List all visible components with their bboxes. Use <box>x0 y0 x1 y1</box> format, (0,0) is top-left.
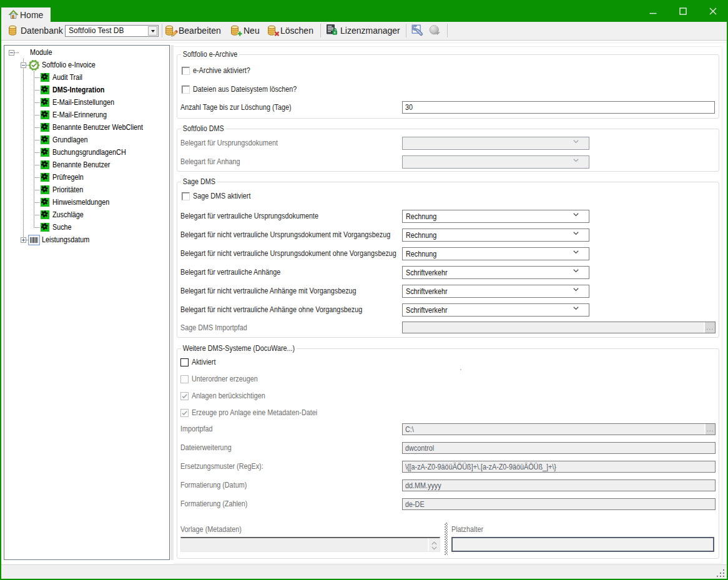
tree-item-leistungsdatum[interactable]: Leistungsdatum <box>42 233 89 246</box>
tree-connector-line <box>34 71 34 227</box>
expander-softfolio-e-invoice[interactable] <box>21 62 26 68</box>
checkbox-e-archive-aktiviert[interactable] <box>182 67 190 75</box>
minimize-button[interactable] <box>639 0 667 22</box>
dropdown-arrow-button[interactable] <box>148 26 157 36</box>
tree-item-priorit-ten[interactable]: Prioritäten <box>52 184 83 196</box>
toolbar-separator <box>162 24 162 37</box>
sage-dms-row-label: Belegart für nicht vertrauliche Anhänge … <box>180 305 362 315</box>
checkbox-sage-dms-aktiviert[interactable] <box>182 192 190 200</box>
module-gear-icon <box>41 173 49 182</box>
sage-dms-combo-5[interactable]: Schriftverkehr <box>402 303 589 317</box>
wrench-options-icon <box>411 24 425 37</box>
tree-connector-line <box>34 127 40 128</box>
softfolio-dms-row-label: Belegart für Ursprungsdokument <box>180 138 278 148</box>
checkbox-label: Aktiviert <box>192 357 215 367</box>
minimize-icon <box>649 7 657 15</box>
resize-grip-icon[interactable] <box>716 568 726 578</box>
tree-connector-line <box>34 202 40 203</box>
green-badge-check-icon <box>28 59 40 71</box>
database-add-icon <box>230 24 243 37</box>
sage-dms-combo-3[interactable]: Schriftverkehr <box>402 266 589 279</box>
database-label: Datenbank <box>21 22 63 40</box>
vorlage-label: Vorlage (Metadaten) <box>180 524 242 534</box>
tree-item-e-mail-erinnerung[interactable]: E-Mail-Erinnerung <box>52 109 107 121</box>
checkbox-dateien-loeschen[interactable] <box>182 86 190 94</box>
options-button[interactable] <box>411 24 425 37</box>
tree-item-grundlagen[interactable]: Grundlagen <box>52 134 87 146</box>
sage-dms-row-label: Belegart für nicht vertrauliche Anhänge … <box>180 286 357 296</box>
docuware-field-0[interactable]: C:\ <box>402 423 716 435</box>
tree-connector-line <box>34 177 40 178</box>
license-manager-icon <box>326 24 338 36</box>
checkbox-e-archive-aktiviert-label: e-Archive aktiviert? <box>193 66 250 76</box>
sage-import-input[interactable] <box>402 322 716 333</box>
web-button[interactable] <box>429 24 442 37</box>
docuware-field-2-value: \{[a-zA-Z0-9äöüÄÖÜß]+\.[a-zA-Z0-9äöüÄÖÜß… <box>405 461 556 472</box>
platzhalter-input[interactable] <box>451 537 714 552</box>
docuware-field-1[interactable]: dwcontrol <box>402 442 716 454</box>
tab-home-label: Home <box>20 10 43 20</box>
docuware-field-label: Importpfad <box>180 424 213 434</box>
tree-item-pr-fregeln[interactable]: Prüfregeln <box>52 171 84 184</box>
tree-item-audit-trail[interactable]: Audit Trail <box>52 71 82 84</box>
tree-connector-line <box>34 115 40 116</box>
sage-dms-combo-0[interactable]: Rechnung <box>402 210 589 223</box>
softfolio-dms-combo-0[interactable] <box>402 137 589 150</box>
sage-dms-row-label: Belegart für nicht vertrauliche Ursprung… <box>180 248 396 258</box>
database-icon <box>8 24 21 37</box>
module-gear-icon <box>41 148 49 157</box>
docuware-field-2[interactable]: \{[a-zA-Z0-9äöüÄÖÜß]+\.[a-zA-Z0-9äöüÄÖÜß… <box>402 461 716 473</box>
module-gear-icon <box>41 223 49 232</box>
tree-connector-line <box>34 227 40 228</box>
database-select[interactable]: Softfolio Test DB <box>65 25 159 37</box>
titlebar: Home <box>0 0 728 22</box>
module-gear-icon <box>41 198 49 207</box>
days-input[interactable]: 30 <box>402 101 715 114</box>
docuware-import-browse-button[interactable]: ... <box>706 424 715 435</box>
platzhalter-label: Platzhalter <box>451 524 483 534</box>
docuware-field-label: Formatierung (Datum) <box>180 480 247 490</box>
spinner-up-icon <box>431 541 437 545</box>
tree-item-softfolio-e-invoice[interactable]: Softfolio e-Invoice <box>42 59 96 71</box>
tree-item-zuschl-ge[interactable]: Zuschläge <box>52 209 84 221</box>
tree-item-module[interactable]: Module <box>30 46 52 59</box>
screen-artifact-dot <box>460 369 461 370</box>
app-window: Home DatenbankSoftfolio Test DBBearbeite… <box>0 0 728 580</box>
docuware-field-label: Ersetzungsmuster (RegEx): <box>180 461 263 471</box>
tab-home[interactable]: Home <box>1 7 51 22</box>
sage-dms-combo-2[interactable]: Rechnung <box>402 247 589 260</box>
vorlage-splitter[interactable] <box>445 523 448 555</box>
tree-item-benannte-benutzer-webclient[interactable]: Benannte Benutzer WebClient <box>52 121 143 134</box>
vorlage-input[interactable] <box>180 537 440 552</box>
docuware-field-4[interactable]: de-DE <box>402 498 716 510</box>
module-tree: ModuleSoftfolio e-InvoiceAudit TrailDMS-… <box>4 45 170 560</box>
sage-dms-row-label: Belegart für vertrauliche Anhänge <box>180 267 280 277</box>
barcode-icon <box>28 235 40 245</box>
docuware-field-3-value: dd.MM.yyyy <box>405 480 441 491</box>
close-button[interactable] <box>699 0 727 22</box>
group-title: Softfolio e-Archive <box>181 50 239 59</box>
tree-item-e-mail-einstellungen[interactable]: E-Mail-Einstellungen <box>52 96 114 109</box>
tree-item-buchungsgrundlagench[interactable]: BuchungsgrundlagenCH <box>52 146 126 159</box>
softfolio-dms-combo-1[interactable] <box>402 155 589 169</box>
database-select-value: Softfolio Test DB <box>69 26 124 36</box>
sage-import-browse-button[interactable]: ... <box>705 322 715 333</box>
tree-connector-line <box>34 152 40 153</box>
window-border-left <box>0 0 1 580</box>
tree-item-suche[interactable]: Suche <box>52 221 72 233</box>
maximize-button[interactable] <box>669 0 697 22</box>
sage-dms-combo-4[interactable]: Schriftverkehr <box>402 285 589 298</box>
tree-connector-line <box>23 59 24 240</box>
license-manager-label: Lizenzmanager <box>340 22 400 40</box>
tree-item-dms-integration[interactable]: DMS-Integration <box>52 84 104 96</box>
tree-item-benannte-benutzer[interactable]: Benannte Benutzer <box>52 159 110 171</box>
softfolio-dms-row-label: Belegart für Anhang <box>180 157 240 167</box>
sage-dms-row-label: Belegart für nicht vertrauliche Ursprung… <box>180 230 390 240</box>
docuware-field-3[interactable]: dd.MM.yyyy <box>402 479 716 491</box>
sage-dms-combo-1[interactable]: Rechnung <box>402 229 589 242</box>
checkbox-aktiviert[interactable] <box>180 358 189 366</box>
tree-item-hinweismeldungen[interactable]: Hinweismeldungen <box>52 196 109 209</box>
tree-connector-line <box>34 90 40 91</box>
expander-module[interactable] <box>9 50 14 56</box>
expander-leistungsdatum[interactable] <box>21 237 26 243</box>
